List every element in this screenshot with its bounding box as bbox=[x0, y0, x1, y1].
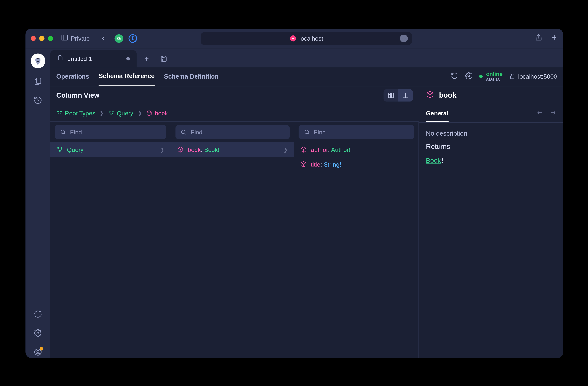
url-host: localhost bbox=[299, 35, 323, 42]
save-icon[interactable] bbox=[156, 51, 171, 66]
cube-icon bbox=[146, 110, 152, 116]
svg-line-30 bbox=[64, 133, 65, 134]
traffic-lights bbox=[30, 36, 53, 41]
search-placeholder: Find... bbox=[190, 128, 207, 135]
row-query[interactable]: Query ❯ bbox=[50, 142, 170, 157]
list-view-button[interactable] bbox=[383, 89, 398, 101]
account-icon[interactable] bbox=[33, 347, 42, 358]
minimize-window-button[interactable] bbox=[39, 36, 44, 41]
field-name: title bbox=[311, 161, 320, 168]
files-icon[interactable] bbox=[33, 77, 42, 87]
svg-rect-7 bbox=[36, 78, 41, 83]
endpoint-display[interactable]: localhost:5000 bbox=[509, 73, 557, 80]
svg-point-31 bbox=[57, 147, 58, 148]
private-label: Private bbox=[71, 35, 90, 42]
grammarly-extension-icon[interactable]: G bbox=[114, 34, 123, 42]
tab-schema-definition[interactable]: Schema Definition bbox=[164, 68, 218, 85]
search-input[interactable]: Find... bbox=[298, 125, 414, 139]
settings-icon[interactable] bbox=[33, 329, 42, 339]
share-button[interactable] bbox=[535, 34, 543, 43]
row-author[interactable]: author: Author! bbox=[294, 142, 418, 157]
details-header: book bbox=[419, 86, 563, 105]
workspace-tabs: Operations Schema Reference Schema Defin… bbox=[50, 67, 563, 86]
refresh-button[interactable] bbox=[451, 72, 458, 81]
chevron-right-icon: ❯ bbox=[160, 146, 165, 153]
branch-icon bbox=[56, 110, 62, 116]
svg-point-22 bbox=[60, 111, 61, 112]
svg-point-34 bbox=[181, 130, 185, 133]
chevron-right-icon: ❯ bbox=[283, 146, 288, 153]
cube-icon bbox=[177, 146, 183, 153]
search-input[interactable]: Find... bbox=[175, 125, 289, 139]
view-title: Column View bbox=[56, 91, 99, 99]
new-tab-button[interactable] bbox=[550, 34, 558, 43]
onepassword-extension-icon[interactable]: ① bbox=[128, 34, 137, 42]
browser-chrome: Private G ① ● localhost ⋯ bbox=[25, 28, 563, 48]
new-file-tab-button[interactable] bbox=[139, 51, 154, 66]
column-root-types: Find... Query ❯ bbox=[50, 121, 171, 358]
svg-point-10 bbox=[37, 350, 39, 352]
non-null-bang: ! bbox=[441, 156, 443, 164]
view-title-bar: Column View bbox=[50, 86, 419, 105]
description-text: No description bbox=[426, 129, 556, 136]
connection-status: online status bbox=[479, 71, 502, 82]
row-book[interactable]: book: Book! ❯ bbox=[171, 142, 294, 157]
details-panel: book General No description Returns B bbox=[419, 86, 563, 358]
history-icon[interactable] bbox=[33, 96, 42, 106]
crumb-root-types[interactable]: Root Types bbox=[56, 110, 95, 116]
search-input[interactable]: Find... bbox=[54, 125, 166, 139]
sidebar-toggle[interactable]: Private bbox=[58, 32, 92, 44]
field-name: author bbox=[311, 146, 328, 153]
svg-rect-14 bbox=[511, 76, 514, 79]
file-tab-title: untitled 1 bbox=[67, 55, 92, 62]
tab-schema-reference[interactable]: Schema Reference bbox=[99, 67, 154, 86]
workspace-settings-button[interactable] bbox=[465, 72, 472, 81]
url-bar[interactable]: ● localhost ⋯ bbox=[201, 32, 412, 45]
cube-icon bbox=[300, 161, 307, 167]
field-type: Author! bbox=[331, 146, 350, 153]
sync-icon[interactable] bbox=[33, 310, 42, 320]
svg-point-32 bbox=[61, 147, 62, 148]
field-type: String! bbox=[324, 161, 341, 168]
returns-label: Returns bbox=[426, 142, 556, 150]
cube-icon bbox=[300, 146, 307, 153]
column-view-button[interactable] bbox=[398, 89, 413, 101]
row-title[interactable]: title: String! bbox=[294, 157, 418, 172]
tab-general[interactable]: General bbox=[426, 105, 448, 122]
tab-operations[interactable]: Operations bbox=[56, 68, 89, 85]
svg-line-38 bbox=[308, 133, 309, 134]
crumb-query[interactable]: Query bbox=[108, 110, 133, 116]
crumb-book[interactable]: book bbox=[146, 110, 168, 116]
svg-point-26 bbox=[112, 111, 113, 112]
close-window-button[interactable] bbox=[30, 36, 36, 41]
file-tab-untitled-1[interactable]: untitled 1 bbox=[50, 50, 136, 67]
status-label: online bbox=[486, 71, 502, 77]
svg-rect-16 bbox=[391, 93, 393, 98]
details-back-button[interactable] bbox=[536, 109, 543, 118]
document-icon bbox=[57, 55, 63, 62]
search-placeholder: Find... bbox=[314, 128, 331, 135]
site-favicon: ● bbox=[290, 35, 296, 41]
app-logo[interactable] bbox=[30, 53, 45, 68]
app-rail bbox=[25, 48, 50, 358]
row-label: Query bbox=[67, 146, 84, 153]
schema-columns: Find... Query ❯ Fin bbox=[50, 121, 419, 358]
column-book-fields: Find... author: Author! bbox=[294, 121, 419, 358]
svg-point-8 bbox=[37, 332, 39, 334]
field-name: book bbox=[188, 146, 201, 153]
svg-point-21 bbox=[57, 111, 58, 112]
browser-window: Private G ① ● localhost ⋯ bbox=[25, 28, 563, 358]
return-type-link[interactable]: Book bbox=[426, 156, 441, 164]
svg-point-25 bbox=[109, 111, 110, 112]
details-forward-button[interactable] bbox=[549, 109, 556, 118]
svg-point-13 bbox=[468, 74, 469, 76]
status-dot-icon bbox=[479, 75, 482, 78]
back-button[interactable] bbox=[97, 33, 109, 43]
cube-icon bbox=[426, 91, 434, 100]
zoom-window-button[interactable] bbox=[47, 36, 53, 41]
svg-point-29 bbox=[61, 130, 64, 133]
return-type: Book! bbox=[426, 156, 556, 164]
breadcrumb: Root Types ❯ Query ❯ book bbox=[50, 105, 419, 121]
svg-rect-6 bbox=[36, 59, 40, 60]
url-more-icon[interactable]: ⋯ bbox=[400, 34, 408, 42]
